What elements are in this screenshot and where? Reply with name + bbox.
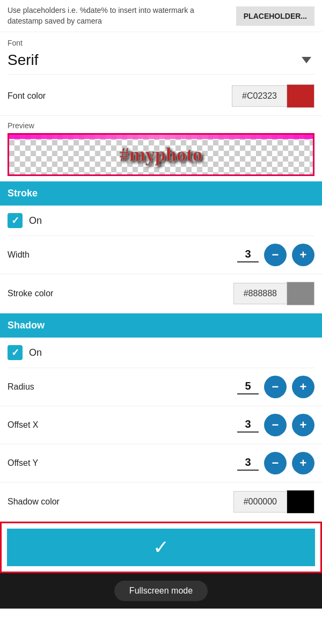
shadow-toggle-row: ✓ On — [0, 338, 322, 368]
preview-label: Preview — [8, 121, 314, 130]
confirm-button[interactable]: ✓ — [7, 529, 315, 566]
stroke-color-hex: #888888 — [233, 283, 287, 304]
placeholder-button[interactable]: PLACEHOLDER... — [236, 6, 314, 26]
shadow-offset-x-plus-button[interactable] — [292, 414, 314, 436]
shadow-checkmark-icon: ✓ — [11, 348, 19, 357]
stroke-on-checkbox[interactable]: ✓ — [8, 213, 23, 228]
stroke-width-controls: 3 — [237, 244, 314, 266]
shadow-offset-y-value: 3 — [237, 456, 259, 471]
stroke-section-header: Stroke — [0, 181, 322, 206]
chevron-down-icon — [302, 57, 311, 63]
preview-text: #myphoto — [120, 143, 202, 166]
shadow-section-header: Shadow — [0, 313, 322, 338]
shadow-radius-label: Radius — [8, 382, 34, 392]
shadow-offset-x-label: Offset X — [8, 420, 39, 430]
shadow-offset-x-row: Offset X 3 — [0, 406, 322, 444]
shadow-offset-y-minus-button[interactable] — [264, 452, 287, 474]
font-color-row: Font color #C02323 — [0, 77, 322, 116]
stroke-width-plus-button[interactable] — [292, 244, 314, 266]
shadow-offset-y-row: Offset Y 3 — [0, 444, 322, 482]
shadow-offset-x-controls: 3 — [237, 414, 314, 436]
fullscreen-mode-button[interactable]: Fullscreen mode — [114, 581, 208, 601]
confirm-btn-wrapper: ✓ — [0, 522, 322, 573]
shadow-radius-row: Radius 5 — [0, 368, 322, 406]
preview-section: Preview #myphoto — [0, 116, 322, 181]
stroke-toggle-row: ✓ On — [0, 206, 322, 236]
stroke-color-group[interactable]: #888888 — [233, 282, 314, 305]
shadow-offset-x-value: 3 — [237, 418, 259, 433]
stroke-color-label: Stroke color — [8, 289, 53, 298]
font-name: Serif — [8, 52, 39, 69]
shadow-offset-y-controls: 3 — [237, 452, 314, 474]
confirm-checkmark-icon: ✓ — [153, 536, 169, 559]
shadow-radius-minus-button[interactable] — [264, 376, 287, 398]
shadow-color-swatch[interactable] — [287, 490, 314, 514]
shadow-radius-plus-button[interactable] — [292, 376, 314, 398]
shadow-color-hex: #000000 — [233, 491, 287, 513]
stroke-width-label: Width — [8, 250, 30, 260]
shadow-color-group[interactable]: #000000 — [233, 490, 314, 514]
font-color-group[interactable]: #C02323 — [232, 84, 314, 108]
hint-text: Use placeholders i.e. %date% to insert i… — [8, 5, 236, 26]
shadow-color-label: Shadow color — [8, 497, 60, 507]
font-color-hex: #C02323 — [232, 85, 287, 107]
checkmark-icon: ✓ — [11, 216, 19, 225]
stroke-on-label: On — [29, 215, 42, 226]
hint-row: Use placeholders i.e. %date% to insert i… — [0, 0, 322, 32]
stroke-color-row: Stroke color #888888 — [0, 274, 322, 313]
font-section: Font Serif — [0, 32, 322, 77]
font-section-label: Font — [8, 39, 314, 47]
shadow-color-row: Shadow color #000000 — [0, 482, 322, 522]
font-selector[interactable]: Serif — [8, 49, 314, 75]
shadow-offset-y-plus-button[interactable] — [292, 452, 314, 474]
shadow-offset-y-label: Offset Y — [8, 458, 38, 468]
bottom-bar: Fullscreen mode — [0, 573, 322, 609]
shadow-on-label: On — [29, 347, 42, 358]
preview-box: #myphoto — [8, 133, 314, 176]
stroke-width-row: Width 3 — [0, 236, 322, 274]
font-color-label: Font color — [8, 91, 46, 101]
stroke-width-value: 3 — [237, 248, 259, 262]
stroke-color-swatch[interactable] — [287, 282, 314, 305]
shadow-offset-x-minus-button[interactable] — [264, 414, 287, 436]
font-color-swatch[interactable] — [287, 84, 314, 108]
shadow-radius-controls: 5 — [237, 376, 314, 398]
shadow-on-checkbox[interactable]: ✓ — [8, 345, 23, 360]
pink-top-bar — [9, 135, 313, 139]
stroke-width-minus-button[interactable] — [264, 244, 287, 266]
shadow-radius-value: 5 — [237, 380, 259, 394]
